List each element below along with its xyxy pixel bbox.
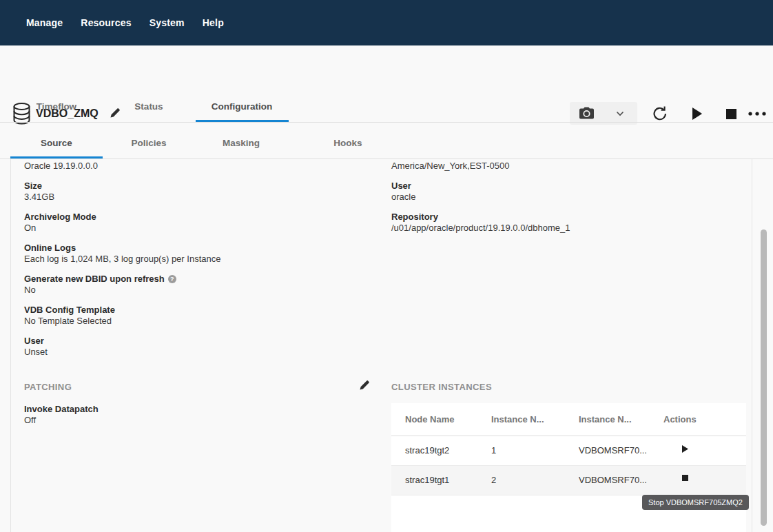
cell-instance-name: VDBOMSRF70... xyxy=(579,475,647,485)
nav-item-help[interactable]: Help xyxy=(203,17,224,28)
top-navbar: Manage Resources System Help xyxy=(0,0,773,45)
detail-value: 3.41GB xyxy=(24,192,375,203)
detail-value: oracle xyxy=(391,192,750,203)
table-row: strac19tgt2 1 VDBOMSRF70... xyxy=(391,436,746,466)
table-row: strac19tgt1 2 VDBOMSRF70... xyxy=(391,466,746,495)
detail-field: User Unset xyxy=(24,336,375,358)
vertical-scrollbar-thumb[interactable] xyxy=(761,229,767,526)
app-window: Manage Resources System Help VDBO_ZMQ xyxy=(0,0,773,532)
detail-value: On xyxy=(24,223,375,234)
cell-node-name: strac19tgt1 xyxy=(405,475,449,485)
start-instance-icon[interactable] xyxy=(682,445,688,453)
subtab-policies[interactable]: Policies xyxy=(131,138,166,148)
subtab-masking[interactable]: Masking xyxy=(223,138,260,148)
detail-label: Online Logs xyxy=(24,243,375,254)
detail-label: Archivelog Mode xyxy=(24,212,375,223)
detail-field: VDB Config Template No Template Selected xyxy=(24,305,375,327)
column-header-instance-name: Instance N... xyxy=(579,414,632,424)
nav-item-system[interactable]: System xyxy=(150,17,185,28)
subtab-hooks[interactable]: Hooks xyxy=(333,138,362,148)
column-header-instance-number: Instance N... xyxy=(491,414,544,424)
detail-field: Archivelog Mode On xyxy=(24,212,375,234)
edit-patching-pencil-icon[interactable] xyxy=(360,380,370,390)
patching-section-title: PATCHING xyxy=(24,382,72,392)
detail-value: No xyxy=(24,285,375,296)
subtab-source[interactable]: Source xyxy=(41,138,72,148)
tab-configuration[interactable]: Configuration xyxy=(212,101,272,112)
detail-label: Size xyxy=(24,181,375,192)
detail-value: Unset xyxy=(24,347,375,358)
stop-instance-tooltip: Stop VDBOMSRF705ZMQ2 xyxy=(642,495,749,510)
detail-field: Generate new DBID upon refresh? No xyxy=(24,274,375,296)
title-bar: VDBO_ZMQ xyxy=(0,45,773,93)
detail-label: Generate new DBID upon refresh? xyxy=(24,274,375,285)
help-icon[interactable]: ? xyxy=(168,275,176,283)
detail-field: Invoke Datapatch Off xyxy=(24,404,99,426)
detail-label: Repository xyxy=(391,212,750,223)
tab-status[interactable]: Status xyxy=(134,101,163,112)
tab-timeflow[interactable]: Timeflow xyxy=(37,101,76,112)
nav-item-resources[interactable]: Resources xyxy=(81,17,131,28)
detail-value: America/New_York,EST-0500 xyxy=(391,161,750,172)
source-details-left-column: Oracle 19.19.0.0.0 Size 3.41GB Archivelo… xyxy=(24,161,375,367)
detail-field: Online Logs Each log is 1,024 MB, 3 log … xyxy=(24,243,375,265)
column-header-actions: Actions xyxy=(663,414,697,424)
detail-value: /u01/app/oracle/product/19.19.0.0/dbhome… xyxy=(391,223,750,234)
cell-node-name: strac19tgt2 xyxy=(405,445,449,456)
detail-label: User xyxy=(24,336,375,347)
detail-value: Off xyxy=(24,415,99,426)
cluster-instances-table: Node Name Instance N... Instance N... Ac… xyxy=(391,403,746,532)
column-header-node-name: Node Name xyxy=(405,414,455,424)
table-header-row: Node Name Instance N... Instance N... Ac… xyxy=(391,403,746,436)
cell-instance-number: 1 xyxy=(491,445,496,456)
detail-value: Oracle 19.19.0.0.0 xyxy=(24,161,375,172)
cluster-instances-section-title: CLUSTER INSTANCES xyxy=(391,382,492,392)
detail-value: No Template Selected xyxy=(24,316,375,327)
detail-value: Each log is 1,024 MB, 3 log group(s) per… xyxy=(24,254,375,265)
source-config-panel: Oracle 19.19.0.0.0 Size 3.41GB Archivelo… xyxy=(10,159,752,532)
active-tab-underline xyxy=(196,120,289,122)
detail-label: User xyxy=(391,181,750,192)
detail-field: Size 3.41GB xyxy=(24,181,375,203)
active-subtab-underline xyxy=(10,156,103,158)
detail-label: Invoke Datapatch xyxy=(24,404,99,415)
detail-field: Repository /u01/app/oracle/product/19.19… xyxy=(391,212,750,234)
configuration-subtabs: Source Policies Masking Hooks xyxy=(0,123,773,159)
nav-item-manage[interactable]: Manage xyxy=(26,17,63,28)
stop-instance-icon[interactable] xyxy=(682,475,688,481)
detail-label: VDB Config Template xyxy=(24,305,375,316)
cell-instance-number: 2 xyxy=(491,475,496,485)
detail-field: America/New_York,EST-0500 xyxy=(391,161,750,172)
detail-field: Oracle 19.19.0.0.0 xyxy=(24,161,375,172)
source-details-right-column: America/New_York,EST-0500 User oracle Re… xyxy=(391,161,750,243)
main-tabs: Timeflow Status Configuration xyxy=(0,93,773,123)
cell-instance-name: VDBOMSRF70... xyxy=(579,445,647,456)
detail-field: User oracle xyxy=(391,181,750,203)
